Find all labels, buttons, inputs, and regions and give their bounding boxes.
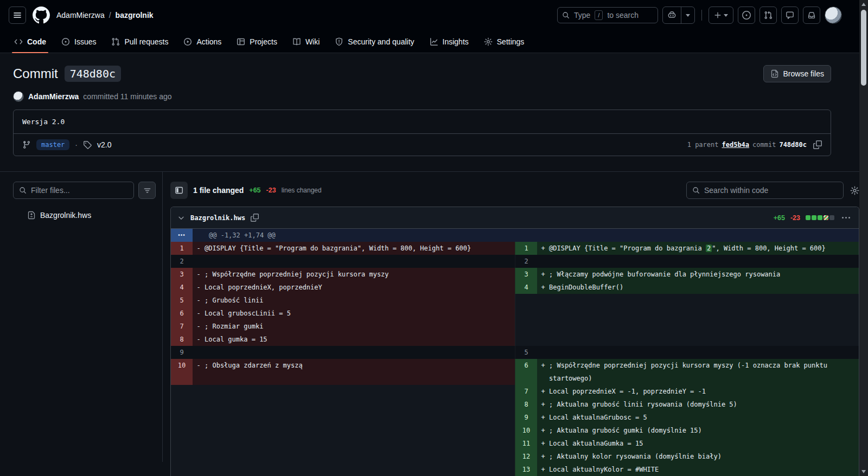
committed-time: committed 11 minutes ago xyxy=(83,92,171,101)
line-number[interactable]: 7 xyxy=(515,385,537,398)
filter-files-input[interactable]: Filter files... xyxy=(13,182,134,199)
tab-projects[interactable]: Projects xyxy=(231,30,283,53)
discussions-button[interactable] xyxy=(781,7,799,24)
breadcrumb-repo[interactable]: bazgrolnik xyxy=(116,11,154,20)
diff-row: •••@@ -1,32 +1,74 @@ xyxy=(171,229,859,242)
tab-wiki[interactable]: Wiki xyxy=(287,30,325,53)
file-tree-toggle-button[interactable] xyxy=(170,182,188,199)
diff-row: 3-; Współrzędne poprzedniej pozycji kurs… xyxy=(171,268,859,281)
diffstat-squares xyxy=(806,215,834,220)
pull-requests-button[interactable] xyxy=(760,7,777,24)
commit-sha-badge: 748d80c xyxy=(65,66,121,82)
code-search-placeholder: Search within code xyxy=(704,186,768,195)
tab-issues[interactable]: Issues xyxy=(56,30,101,53)
file-options-button[interactable] xyxy=(840,215,852,221)
author-name[interactable]: AdamMierzwa xyxy=(28,92,79,101)
issues-button[interactable] xyxy=(738,7,755,24)
plus-icon xyxy=(714,11,722,19)
expand-hunk-button[interactable]: ••• xyxy=(171,229,193,242)
git-branch-icon xyxy=(22,140,31,149)
tab-insights[interactable]: Insights xyxy=(424,30,474,53)
author-avatar[interactable] xyxy=(13,91,24,102)
tab-pull-requests[interactable]: Pull requests xyxy=(106,30,174,53)
search-within-code-input[interactable]: Search within code xyxy=(686,182,844,199)
file-filter-button[interactable] xyxy=(138,182,156,199)
line-number[interactable]: 12 xyxy=(515,450,537,463)
scrollbar-thumb[interactable] xyxy=(861,10,866,86)
tab-code[interactable]: Code xyxy=(9,30,52,53)
line-number[interactable]: 1 xyxy=(171,242,193,255)
diff-cell-old: 8-Local gumka = 15 xyxy=(171,333,515,346)
line-number[interactable]: 10 xyxy=(171,359,193,385)
tab-actions[interactable]: Actions xyxy=(178,30,227,53)
chevron-down-icon xyxy=(686,14,690,17)
browse-files-button[interactable]: Browse files xyxy=(763,65,831,82)
copilot-icon[interactable] xyxy=(663,7,681,23)
line-number[interactable]: 6 xyxy=(171,307,193,320)
line-number[interactable]: 2 xyxy=(171,255,193,268)
line-number[interactable]: 8 xyxy=(515,398,537,411)
line-number[interactable]: 5 xyxy=(515,346,537,359)
line-number[interactable]: 11 xyxy=(515,437,537,450)
chevron-down-icon[interactable] xyxy=(177,214,185,222)
app-header: AdamMierzwa / bazgrolnik Type / to searc… xyxy=(0,0,859,30)
notifications-button[interactable] xyxy=(803,7,820,24)
hamburger-menu-button[interactable] xyxy=(9,7,26,24)
diff-sign: - xyxy=(193,307,205,320)
github-logo[interactable] xyxy=(33,7,50,24)
scroll-down-arrow-icon[interactable] xyxy=(861,470,866,473)
parent-sha-link[interactable]: fed5b4a xyxy=(722,141,749,149)
scroll-up-arrow-icon[interactable] xyxy=(861,3,866,6)
line-number[interactable]: 10 xyxy=(515,424,537,437)
diff-cell-old: 5-; Grubość linii xyxy=(171,294,515,307)
search-icon xyxy=(562,11,570,19)
graph-icon xyxy=(430,37,438,46)
tab-settings[interactable]: Settings xyxy=(478,30,530,53)
diff-settings-button[interactable] xyxy=(850,186,859,195)
global-search-input[interactable]: Type / to search xyxy=(557,7,658,23)
line-number[interactable]: 7 xyxy=(171,320,193,333)
breadcrumb: AdamMierzwa / bazgrolnik xyxy=(56,11,154,20)
copilot-dropdown[interactable] xyxy=(681,7,694,23)
line-number[interactable]: 1 xyxy=(515,242,537,255)
branch-label[interactable]: master xyxy=(36,139,69,150)
code-line: ; Współrzędne poprzedniej pozycji kursor… xyxy=(549,359,859,385)
tab-security-and-quality[interactable]: Security and quality xyxy=(329,30,419,53)
breadcrumb-owner[interactable]: AdamMierzwa xyxy=(56,11,105,20)
line-number[interactable]: 6 xyxy=(515,359,537,385)
diff-sign: + xyxy=(537,242,549,255)
line-number[interactable]: 2 xyxy=(515,255,537,268)
diff-file-name[interactable]: Bazgrolnik.hws xyxy=(190,214,245,222)
diffstat-block-added xyxy=(812,215,816,220)
line-number[interactable]: 3 xyxy=(171,268,193,281)
diff-sign: + xyxy=(537,437,549,450)
line-number[interactable]: 8 xyxy=(171,333,193,346)
diff-cell-old xyxy=(171,411,515,424)
diff-row: 22 xyxy=(171,255,859,268)
copy-icon[interactable] xyxy=(251,214,259,222)
user-avatar[interactable] xyxy=(825,7,842,24)
code-line: @DISPLAY {Title = "Program do bazgrania … xyxy=(549,242,859,255)
diff-cell-new: 1+@DISPLAY {Title = "Program do bazgrani… xyxy=(515,242,859,255)
line-number[interactable]: 4 xyxy=(171,281,193,294)
diff-cell-new xyxy=(515,333,859,346)
file-tree-item[interactable]: Bazgrolnik.hws xyxy=(13,209,156,222)
diff-sign: - xyxy=(193,294,205,307)
line-number[interactable]: 13 xyxy=(515,463,537,476)
create-new-button[interactable] xyxy=(709,7,733,24)
copilot-button[interactable] xyxy=(662,7,695,24)
line-number[interactable]: 3 xyxy=(515,268,537,281)
code-line xyxy=(549,255,859,268)
page-scrollbar[interactable] xyxy=(859,0,868,476)
line-number[interactable]: 9 xyxy=(171,346,193,359)
diff-panel: 1 file changed +65 -23 lines changed Sea… xyxy=(163,172,859,462)
hunk-header: @@ -1,32 +1,74 @@ xyxy=(193,229,276,242)
copy-icon[interactable] xyxy=(813,140,822,149)
line-number[interactable]: 9 xyxy=(515,411,537,424)
commit-title-label: Commit xyxy=(13,66,58,81)
tab-label: Insights xyxy=(443,37,469,46)
line-number[interactable]: 5 xyxy=(171,294,193,307)
line-number[interactable]: 4 xyxy=(515,281,537,294)
diff-row: 1-@DISPLAY {Title = "Program do bazgrani… xyxy=(171,242,859,255)
tag-label[interactable]: v2.0 xyxy=(97,140,111,149)
